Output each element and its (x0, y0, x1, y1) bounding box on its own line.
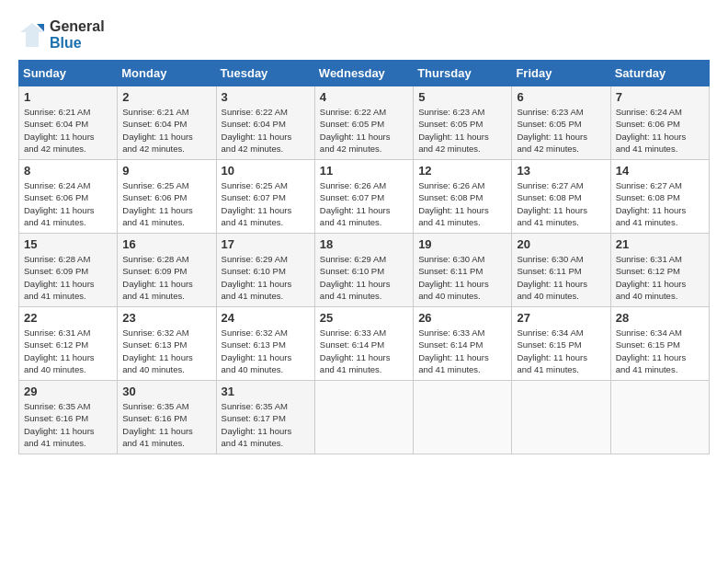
day-info: Sunrise: 6:31 AMSunset: 6:12 PMDaylight:… (24, 327, 112, 375)
logo-blue: Blue (50, 35, 105, 52)
day-info: Sunrise: 6:26 AMSunset: 6:08 PMDaylight:… (418, 179, 506, 228)
day-info: Sunrise: 6:28 AMSunset: 6:09 PMDaylight:… (122, 253, 210, 302)
calendar-cell: 28Sunrise: 6:34 AMSunset: 6:15 PMDayligh… (610, 307, 709, 381)
day-number: 23 (122, 311, 210, 325)
day-info: Sunrise: 6:23 AMSunset: 6:05 PMDaylight:… (418, 106, 506, 155)
calendar-cell: 13Sunrise: 6:27 AMSunset: 6:08 PMDayligh… (512, 160, 610, 234)
calendar-cell: 5Sunrise: 6:23 AMSunset: 6:05 PMDaylight… (414, 86, 512, 160)
day-info: Sunrise: 6:24 AMSunset: 6:06 PMDaylight:… (24, 179, 112, 228)
calendar-cell: 16Sunrise: 6:28 AMSunset: 6:09 PMDayligh… (118, 234, 216, 307)
day-info: Sunrise: 6:30 AMSunset: 6:11 PMDaylight:… (418, 253, 506, 302)
day-number: 16 (122, 237, 210, 251)
calendar-cell: 8Sunrise: 6:24 AMSunset: 6:06 PMDaylight… (19, 160, 118, 234)
day-number: 5 (418, 90, 506, 104)
day-number: 22 (24, 311, 112, 325)
header-day-sunday: Sunday (19, 61, 118, 86)
day-number: 21 (616, 237, 704, 251)
calendar-cell (314, 381, 413, 454)
day-number: 24 (222, 311, 310, 325)
calendar-week-1: 1Sunrise: 6:21 AMSunset: 6:04 PMDaylight… (19, 86, 710, 160)
day-number: 25 (320, 311, 408, 325)
calendar-cell: 19Sunrise: 6:30 AMSunset: 6:11 PMDayligh… (414, 234, 512, 307)
calendar-cell: 9Sunrise: 6:25 AMSunset: 6:06 PMDaylight… (118, 160, 216, 234)
calendar-header: SundayMondayTuesdayWednesdayThursdayFrid… (19, 61, 710, 86)
day-number: 1 (24, 90, 112, 104)
header-day-friday: Friday (512, 61, 610, 86)
day-info: Sunrise: 6:24 AMSunset: 6:06 PMDaylight:… (616, 106, 704, 155)
day-info: Sunrise: 6:27 AMSunset: 6:08 PMDaylight:… (616, 179, 704, 228)
day-info: Sunrise: 6:25 AMSunset: 6:06 PMDaylight:… (122, 179, 210, 228)
day-info: Sunrise: 6:34 AMSunset: 6:15 PMDaylight:… (517, 327, 605, 375)
day-number: 30 (122, 385, 210, 398)
calendar-cell: 25Sunrise: 6:33 AMSunset: 6:14 PMDayligh… (314, 307, 413, 381)
header-day-tuesday: Tuesday (216, 61, 314, 86)
day-info: Sunrise: 6:22 AMSunset: 6:04 PMDaylight:… (222, 106, 310, 155)
day-number: 15 (24, 237, 112, 251)
calendar-cell: 21Sunrise: 6:31 AMSunset: 6:12 PMDayligh… (610, 234, 709, 307)
day-number: 3 (222, 90, 310, 104)
logo-text: General Blue (50, 18, 105, 51)
day-number: 10 (222, 164, 310, 178)
day-number: 6 (517, 90, 605, 104)
day-info: Sunrise: 6:32 AMSunset: 6:13 PMDaylight:… (222, 327, 310, 375)
header-row: SundayMondayTuesdayWednesdayThursdayFrid… (19, 61, 710, 86)
calendar-cell: 18Sunrise: 6:29 AMSunset: 6:10 PMDayligh… (314, 234, 413, 307)
calendar-cell: 6Sunrise: 6:23 AMSunset: 6:05 PMDaylight… (512, 86, 610, 160)
calendar-cell: 10Sunrise: 6:25 AMSunset: 6:07 PMDayligh… (216, 160, 314, 234)
day-number: 4 (320, 90, 408, 104)
calendar-body: 1Sunrise: 6:21 AMSunset: 6:04 PMDaylight… (19, 86, 710, 454)
calendar-cell (512, 381, 610, 454)
calendar-cell: 31Sunrise: 6:35 AMSunset: 6:17 PMDayligh… (216, 381, 314, 454)
calendar-cell: 17Sunrise: 6:29 AMSunset: 6:10 PMDayligh… (216, 234, 314, 307)
day-info: Sunrise: 6:23 AMSunset: 6:05 PMDaylight:… (517, 106, 605, 155)
day-number: 8 (24, 164, 112, 178)
day-info: Sunrise: 6:28 AMSunset: 6:09 PMDaylight:… (24, 253, 112, 302)
day-info: Sunrise: 6:30 AMSunset: 6:11 PMDaylight:… (517, 253, 605, 302)
calendar-cell: 23Sunrise: 6:32 AMSunset: 6:13 PMDayligh… (118, 307, 216, 381)
calendar-cell: 7Sunrise: 6:24 AMSunset: 6:06 PMDaylight… (610, 86, 709, 160)
header-day-wednesday: Wednesday (314, 61, 413, 86)
day-number: 29 (24, 385, 112, 398)
day-info: Sunrise: 6:35 AMSunset: 6:16 PMDaylight:… (122, 400, 210, 449)
day-info: Sunrise: 6:34 AMSunset: 6:15 PMDaylight:… (616, 327, 704, 375)
day-number: 2 (122, 90, 210, 104)
day-info: Sunrise: 6:35 AMSunset: 6:16 PMDaylight:… (24, 400, 112, 449)
day-info: Sunrise: 6:29 AMSunset: 6:10 PMDaylight:… (222, 253, 310, 302)
calendar-cell: 15Sunrise: 6:28 AMSunset: 6:09 PMDayligh… (19, 234, 118, 307)
day-number: 12 (418, 164, 506, 178)
day-info: Sunrise: 6:25 AMSunset: 6:07 PMDaylight:… (222, 179, 310, 228)
day-info: Sunrise: 6:21 AMSunset: 6:04 PMDaylight:… (122, 106, 210, 155)
day-number: 19 (418, 237, 506, 251)
calendar-cell: 26Sunrise: 6:33 AMSunset: 6:14 PMDayligh… (414, 307, 512, 381)
calendar-cell: 20Sunrise: 6:30 AMSunset: 6:11 PMDayligh… (512, 234, 610, 307)
day-info: Sunrise: 6:33 AMSunset: 6:14 PMDaylight:… (418, 327, 506, 375)
logo-general: General (50, 18, 105, 35)
calendar-cell: 30Sunrise: 6:35 AMSunset: 6:16 PMDayligh… (118, 381, 216, 454)
day-number: 7 (616, 90, 704, 104)
day-info: Sunrise: 6:33 AMSunset: 6:14 PMDaylight:… (320, 327, 408, 375)
logo-graphic (18, 21, 46, 49)
day-info: Sunrise: 6:32 AMSunset: 6:13 PMDaylight:… (122, 327, 210, 375)
day-number: 18 (320, 237, 408, 251)
day-number: 14 (616, 164, 704, 178)
logo-container: General Blue (18, 18, 105, 51)
calendar-week-4: 22Sunrise: 6:31 AMSunset: 6:12 PMDayligh… (19, 307, 710, 381)
calendar-cell (610, 381, 709, 454)
header-day-thursday: Thursday (414, 61, 512, 86)
header-day-saturday: Saturday (610, 61, 709, 86)
calendar-cell: 1Sunrise: 6:21 AMSunset: 6:04 PMDaylight… (19, 86, 118, 160)
day-number: 26 (418, 311, 506, 325)
day-number: 31 (222, 385, 310, 398)
calendar-week-3: 15Sunrise: 6:28 AMSunset: 6:09 PMDayligh… (19, 234, 710, 307)
calendar-cell: 22Sunrise: 6:31 AMSunset: 6:12 PMDayligh… (19, 307, 118, 381)
calendar-cell: 4Sunrise: 6:22 AMSunset: 6:05 PMDaylight… (314, 86, 413, 160)
calendar-cell: 29Sunrise: 6:35 AMSunset: 6:16 PMDayligh… (19, 381, 118, 454)
calendar-cell: 27Sunrise: 6:34 AMSunset: 6:15 PMDayligh… (512, 307, 610, 381)
day-info: Sunrise: 6:29 AMSunset: 6:10 PMDaylight:… (320, 253, 408, 302)
calendar-cell: 14Sunrise: 6:27 AMSunset: 6:08 PMDayligh… (610, 160, 709, 234)
calendar-cell: 11Sunrise: 6:26 AMSunset: 6:07 PMDayligh… (314, 160, 413, 234)
calendar-table: SundayMondayTuesdayWednesdayThursdayFrid… (18, 60, 710, 454)
calendar-cell: 2Sunrise: 6:21 AMSunset: 6:04 PMDaylight… (118, 86, 216, 160)
day-info: Sunrise: 6:27 AMSunset: 6:08 PMDaylight:… (517, 179, 605, 228)
day-info: Sunrise: 6:26 AMSunset: 6:07 PMDaylight:… (320, 179, 408, 228)
